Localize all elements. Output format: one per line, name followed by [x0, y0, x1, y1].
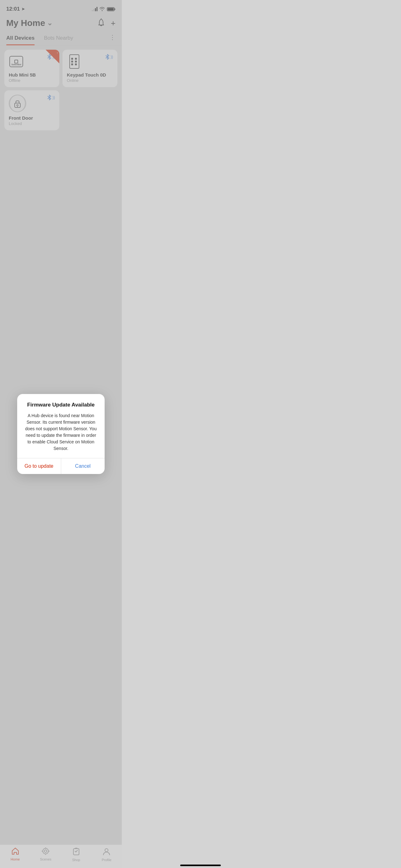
modal-overlay[interactable]: Firmware Update Available A Hub device i…	[0, 0, 122, 264]
